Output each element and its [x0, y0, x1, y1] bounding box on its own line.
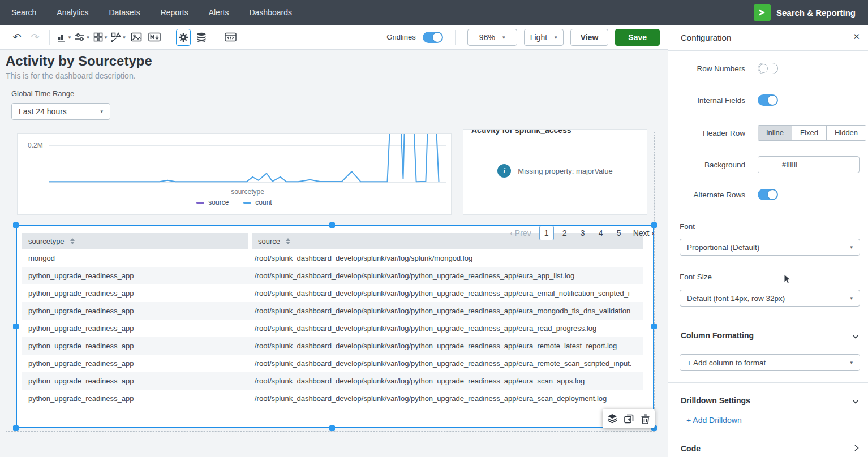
header-row-setting: Header Row Inline Fixed Hidden [668, 125, 866, 141]
next-page-button[interactable]: Next › [633, 228, 654, 238]
color-swatch[interactable] [758, 157, 775, 173]
selection-handle-bottom-left[interactable] [13, 425, 19, 431]
legend-item-count[interactable]: count [243, 199, 272, 206]
x-axis-label: sourcetype [49, 188, 446, 196]
nav-item-analytics[interactable]: Analytics [46, 0, 98, 25]
gridlines-label: Gridlines [386, 33, 415, 41]
table-row: python_upgrade_readiness_app/root/splunk… [22, 284, 643, 302]
layers-button[interactable] [605, 412, 620, 425]
delete-button[interactable] [638, 412, 653, 425]
background-color-input: #ffffff [758, 156, 860, 173]
add-chart-button[interactable]: ▾ [57, 29, 71, 46]
sort-icon [70, 238, 75, 244]
theme-select[interactable]: Light▾ [524, 29, 564, 46]
panel-title: Activity for splunk_access [471, 129, 647, 135]
selection-handle-top-right[interactable] [651, 222, 657, 228]
add-markdown-button[interactable] [147, 29, 162, 46]
table-body: mongod/root/splunk_dashboard_develop/spl… [22, 249, 643, 405]
gridlines-toggle[interactable] [423, 32, 443, 43]
nav-item-alerts[interactable]: Alerts [199, 0, 239, 25]
add-image-button[interactable] [129, 29, 144, 46]
configuration-header: Configuration ✕ [668, 25, 868, 51]
nav-item-reports[interactable]: Reports [151, 0, 199, 25]
page-button-2[interactable]: 2 [557, 226, 572, 240]
nav-item-datasets[interactable]: Datasets [98, 0, 150, 25]
font-select[interactable]: Proportional (Default)▾ [680, 239, 860, 256]
selection-handle-middle-right[interactable] [651, 324, 657, 329]
font-label: Font [680, 222, 695, 231]
close-icon[interactable]: ✕ [853, 32, 860, 42]
toolbar-divider [49, 30, 50, 45]
header-row-option-hidden[interactable]: Hidden [826, 126, 866, 140]
view-button[interactable]: View [570, 29, 609, 46]
internal-fields-toggle[interactable] [758, 94, 778, 106]
app-brand[interactable]: Search & Reporting [754, 4, 868, 21]
table-panel[interactable]: sourcetype source mongod/root/splunk_das… [16, 225, 654, 428]
divider [668, 320, 868, 320]
add-drilldown-link[interactable]: + Add Drilldown [686, 416, 742, 425]
dashboard-description: This is for the dashboard description. [6, 71, 136, 80]
table-row: python_upgrade_readiness_app/root/splunk… [22, 355, 643, 372]
source-code-button[interactable] [223, 29, 238, 46]
nav-item-dashboards[interactable]: Dashboards [239, 0, 302, 25]
info-icon: i [497, 164, 511, 178]
data-sources-button[interactable] [194, 29, 209, 46]
redo-button[interactable]: ↷ [28, 29, 42, 46]
duplicate-button[interactable] [621, 412, 636, 425]
column-header-sourcetype[interactable]: sourcetype [22, 233, 248, 249]
font-size-select[interactable]: Default (font 14px, row 32px)▾ [680, 290, 860, 307]
top-nav: Search Analytics Datasets Reports Alerts… [0, 0, 868, 25]
chevron-down-icon[interactable] [852, 331, 859, 341]
chart-legend: source count [18, 199, 451, 206]
table-row: python_upgrade_readiness_app/root/splunk… [22, 302, 643, 320]
row-numbers-toggle[interactable] [758, 63, 778, 74]
selection-handle-middle-left[interactable] [13, 324, 19, 329]
chevron-down-icon[interactable] [852, 396, 859, 406]
page-button-5[interactable]: 5 [612, 226, 626, 240]
global-time-range-label: Global Time Range [11, 89, 74, 98]
legend-item-source[interactable]: source [196, 199, 229, 206]
internal-fields-setting: Internal Fields [668, 94, 778, 106]
line-chart-panel[interactable]: 0.2M sourcetype source count [17, 133, 452, 215]
code-section-title: Code [681, 444, 701, 453]
header-row-option-fixed[interactable]: Fixed [792, 126, 826, 140]
undo-button[interactable]: ↶ [10, 29, 24, 46]
dashboard-canvas-area: Activity by Sourcetype This is for the d… [0, 50, 668, 457]
background-setting: Background #ffffff [668, 156, 860, 173]
dashboard-title: Activity by Sourcetype [6, 53, 152, 69]
single-value-panel[interactable]: Activity for splunk_access i Missing pro… [463, 129, 647, 215]
page-button-3[interactable]: 3 [575, 226, 590, 240]
table-row: python_upgrade_readiness_app/root/splunk… [22, 337, 643, 355]
toolbar-divider [216, 30, 216, 45]
color-value-field[interactable]: #ffffff [775, 157, 805, 173]
toolbar-divider [169, 30, 169, 45]
app-name: Search & Reporting [776, 8, 856, 18]
page-button-1[interactable]: 1 [539, 226, 554, 240]
selection-handle-top-middle[interactable] [329, 222, 335, 228]
add-shape-button[interactable]: ▾ [111, 29, 126, 46]
table-pagination: ‹ Prev 1 2 3 4 5 Next › [510, 226, 654, 240]
page-button-4[interactable]: 4 [594, 226, 608, 240]
drilldown-settings-section-title: Drilldown Settings [681, 396, 750, 405]
add-input-button[interactable]: ▾ [75, 29, 89, 46]
time-range-select[interactable]: Last 24 hours▾ [11, 103, 110, 120]
alternate-rows-toggle[interactable] [758, 189, 778, 200]
header-row-option-inline[interactable]: Inline [758, 126, 792, 140]
save-button[interactable]: Save [615, 29, 660, 46]
alternate-rows-setting: Alternate Rows [668, 189, 778, 200]
selection-handle-bottom-middle[interactable] [329, 425, 335, 431]
column-formatting-section-title: Column Formatting [681, 331, 754, 340]
table-row: mongod/root/splunk_dashboard_develop/spl… [22, 249, 643, 267]
table-row: python_upgrade_readiness_app/root/splunk… [22, 320, 643, 337]
chevron-right-icon[interactable] [854, 443, 859, 454]
editor-workspace: ↶ ↷ ▾ ▾ ▾ ▾ [0, 25, 668, 457]
selection-handle-top-left[interactable] [13, 222, 19, 228]
zoom-select[interactable]: 96%▾ [467, 29, 517, 46]
add-column-to-format-select[interactable]: + Add column to format▾ [680, 354, 860, 371]
configuration-mode-button[interactable] [176, 29, 191, 46]
prev-page-button[interactable]: ‹ Prev [510, 228, 531, 238]
panel-message: i Missing property: majorValue [463, 164, 647, 178]
count-line-path [49, 134, 439, 182]
nav-item-search[interactable]: Search [0, 0, 46, 25]
add-layout-button[interactable]: ▾ [93, 29, 108, 46]
